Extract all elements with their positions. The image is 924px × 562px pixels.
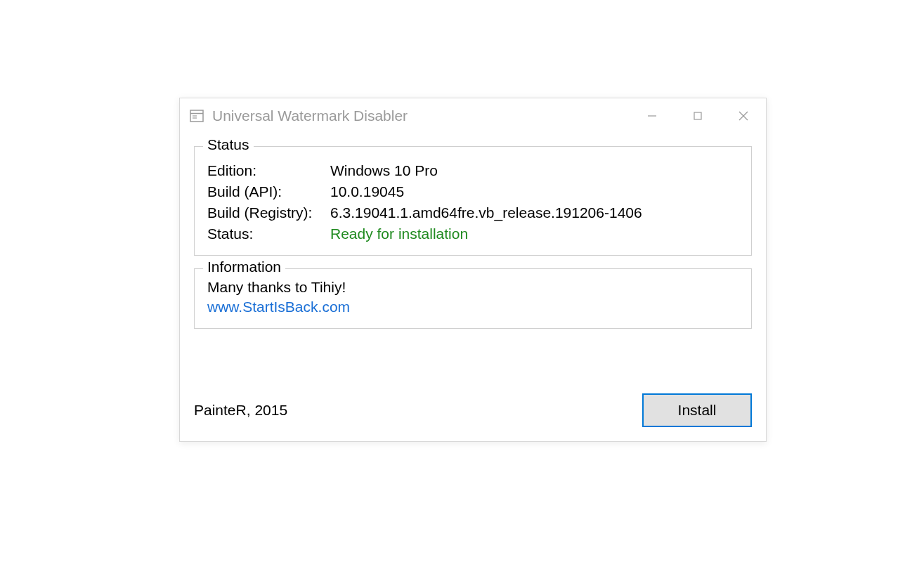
footer: PainteR, 2015 Install [194, 393, 752, 427]
build-api-label: Build (API): [207, 183, 330, 200]
app-window: Universal Watermark Disabler Status Edit… [179, 98, 767, 442]
build-registry-label: Build (Registry): [207, 204, 330, 221]
app-icon [190, 109, 204, 123]
status-groupbox: Status Edition: Windows 10 Pro Build (AP… [194, 146, 752, 256]
status-label: Status: [207, 226, 330, 242]
minimize-button[interactable] [629, 98, 675, 133]
titlebar: Universal Watermark Disabler [180, 98, 766, 133]
information-legend: Information [203, 259, 285, 275]
edition-label: Edition: [207, 162, 330, 179]
credit-text: PainteR, 2015 [194, 402, 287, 419]
status-grid: Edition: Windows 10 Pro Build (API): 10.… [207, 162, 738, 242]
maximize-button[interactable] [675, 98, 720, 133]
install-button[interactable]: Install [642, 393, 752, 427]
build-api-value: 10.0.19045 [330, 183, 738, 200]
build-registry-value: 6.3.19041.1.amd64fre.vb_release.191206-1… [330, 204, 738, 221]
edition-value: Windows 10 Pro [330, 162, 738, 179]
status-legend: Status [203, 136, 254, 153]
window-content: Status Edition: Windows 10 Pro Build (AP… [180, 146, 766, 343]
window-title: Universal Watermark Disabler [212, 107, 629, 124]
information-groupbox: Information Many thanks to Tihiy! www.St… [194, 268, 752, 329]
window-controls [629, 98, 766, 133]
status-value: Ready for installation [330, 226, 738, 242]
svg-rect-5 [694, 112, 701, 119]
close-button[interactable] [720, 98, 766, 133]
thanks-text: Many thanks to Tihiy! [207, 279, 738, 296]
startisback-link[interactable]: www.StartIsBack.com [207, 299, 350, 315]
